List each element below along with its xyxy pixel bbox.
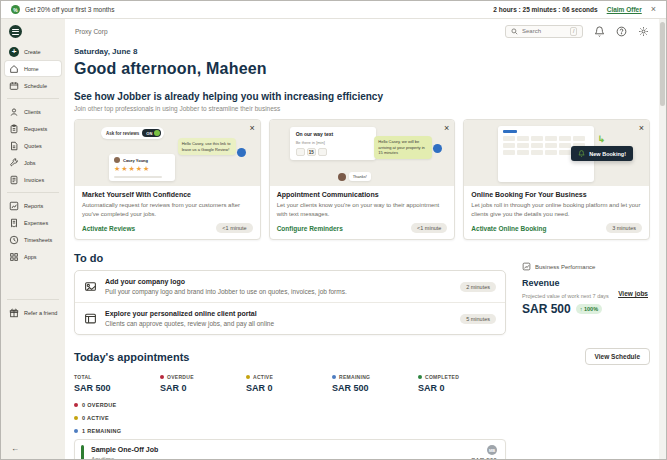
group-active[interactable]: 0 ACTIVE [74, 415, 506, 421]
new-booking-toast: New Booking! [571, 146, 633, 161]
scrollbar-track[interactable] [659, 19, 666, 459]
stat-completed: COMPLETED SAR 0 [418, 374, 504, 393]
home-icon [9, 64, 19, 74]
card-appointment-communications: × On our way text Be there in [min] 15 H… [269, 119, 456, 240]
search-input[interactable]: / [505, 25, 583, 38]
time-estimate-badge: 2 minutes [460, 282, 496, 292]
job-row-sample-one-off[interactable]: Sample One-Off Job Anytime MB SAR 500 [74, 439, 506, 459]
client-avatar [338, 173, 346, 181]
search-field[interactable] [522, 28, 566, 34]
sidebar-item-quotes[interactable]: Quotes [5, 138, 61, 153]
notifications-bell-icon[interactable] [594, 26, 605, 37]
status-dot [74, 403, 78, 407]
appointments-stats: TOTAL SAR 500 OVERDUE SAR 0 ACTIVE SAR 0… [74, 374, 506, 393]
close-icon[interactable]: × [444, 123, 449, 133]
clock-icon [9, 235, 19, 245]
receipt-icon [9, 218, 19, 228]
revenue-value: SAR 500 [522, 302, 571, 316]
message-app-icon [237, 148, 246, 157]
browser-window-icon [84, 312, 97, 325]
time-estimate-badge: <1 minute [216, 223, 252, 233]
sidebar-item-invoices[interactable]: Invoices [5, 172, 61, 187]
onboarding-section-subtitle: Join other top professionals in using Jo… [74, 105, 650, 112]
view-jobs-link[interactable]: View jobs [618, 290, 648, 297]
invoice-icon [9, 175, 19, 185]
configure-reminders-button[interactable]: Configure Reminders [277, 225, 343, 232]
time-estimate-badge: <1 minute [411, 223, 447, 233]
card-description: Automatically request for reviews from y… [82, 201, 253, 218]
sidebar-divider [7, 192, 59, 193]
reviewer-avatar [114, 157, 120, 163]
quote-doc-icon [9, 141, 19, 151]
view-schedule-button[interactable]: View Schedule [585, 348, 650, 365]
close-icon[interactable]: × [639, 123, 644, 133]
promo-banner: % Get 20% off your first 3 months 2 hour… [1, 1, 666, 19]
performance-label: Business Performance [535, 264, 595, 270]
on-my-way-bubble: Hello Casey, we will be arriving at your… [374, 136, 432, 159]
card-title: Market Yourself With Confidence [82, 191, 253, 198]
card-description: Let jobs roll in through your online boo… [471, 201, 642, 218]
card-illustration: × Ask for reviews ON Hello Casey, use th… [75, 120, 260, 186]
collapse-sidebar-button[interactable]: ← [5, 442, 61, 455]
card-description: Let your clients know you're on your way… [277, 201, 448, 218]
sidebar-item-reports[interactable]: Reports [5, 198, 61, 213]
bell-icon [578, 150, 585, 157]
sidebar: + Create Home Schedule Clients Requests … [1, 19, 65, 459]
group-overdue[interactable]: 0 OVERDUE [74, 402, 506, 408]
sidebar-item-refer-a-friend[interactable]: Refer a friend [5, 305, 61, 320]
activate-online-booking-button[interactable]: Activate Online Booking [471, 225, 546, 232]
sidebar-item-requests[interactable]: Requests [5, 121, 61, 136]
promo-countdown: 2 hours : 25 minutes : 06 seconds [493, 6, 597, 13]
sidebar-item-create[interactable]: + Create [5, 44, 61, 59]
promo-close-icon[interactable]: × [651, 5, 656, 14]
sidebar-item-schedule[interactable]: Schedule [5, 78, 61, 93]
sidebar-item-home[interactable]: Home [5, 61, 61, 76]
card-title: Appointment Communications [277, 191, 448, 198]
stat-active: ACTIVE SAR 0 [246, 374, 332, 393]
settings-gear-icon[interactable] [638, 26, 649, 37]
claim-offer-link[interactable]: Claim Offer [607, 6, 642, 13]
group-remaining[interactable]: 1 REMAINING [74, 428, 506, 434]
sidebar-item-clients[interactable]: Clients [5, 104, 61, 119]
assignee-avatar: MB [487, 445, 497, 455]
business-performance-panel: Business Performance Revenue Projected v… [506, 252, 650, 335]
activate-reviews-button[interactable]: Activate Reviews [82, 225, 135, 232]
date-label: Saturday, June 8 [74, 47, 650, 56]
card-illustration: × ↳ New Booking! [464, 120, 649, 186]
status-dot [246, 375, 250, 379]
topbar: Proxy Corp / [65, 19, 659, 43]
todo-list: Add your company logo Pull your company … [74, 270, 506, 335]
sidebar-item-apps[interactable]: Apps [5, 249, 61, 264]
time-estimate-badge: 3 minutes [606, 223, 642, 233]
discount-percent-icon: % [11, 5, 20, 14]
grid-icon [9, 252, 19, 262]
revenue-change-badge: ↑ 100% [576, 304, 602, 314]
revenue-title: Revenue [522, 278, 650, 288]
stat-total: TOTAL SAR 500 [74, 374, 160, 393]
five-star-rating: ★★★★★ [114, 165, 170, 173]
job-schedule: Anytime [91, 456, 158, 459]
breadcrumb[interactable]: Proxy Corp [75, 28, 108, 35]
todo-item-client-portal[interactable]: Explore your personalized online client … [75, 302, 505, 334]
appointments-groups: 0 OVERDUE 0 ACTIVE 1 REMAINING Sample On… [74, 402, 506, 459]
sidebar-item-jobs[interactable]: Jobs [5, 155, 61, 170]
jobber-logo [9, 25, 22, 38]
status-dot [74, 416, 78, 420]
sidebar-item-expenses[interactable]: Expenses [5, 215, 61, 230]
help-icon[interactable] [616, 26, 627, 37]
status-dot [160, 375, 164, 379]
close-icon[interactable]: × [249, 123, 254, 133]
review-card: Casey Young ★★★★★ [109, 154, 175, 181]
sidebar-item-timesheets[interactable]: Timesheets [5, 232, 61, 247]
toggle-knob [154, 130, 160, 136]
onboarding-section-title: See how Jobber is already helping you wi… [74, 91, 650, 102]
status-dot [418, 375, 422, 379]
scrollbar-thumb[interactable] [660, 22, 665, 106]
onboarding-cards: × Ask for reviews ON Hello Casey, use th… [74, 119, 650, 240]
todo-item-company-logo[interactable]: Add your company logo Pull your company … [75, 271, 505, 302]
wrench-icon [9, 158, 19, 168]
calendar-icon [9, 81, 19, 91]
plus-circle-icon: + [9, 47, 19, 57]
search-shortcut-key: / [570, 27, 577, 36]
message-app-icon [433, 144, 442, 153]
